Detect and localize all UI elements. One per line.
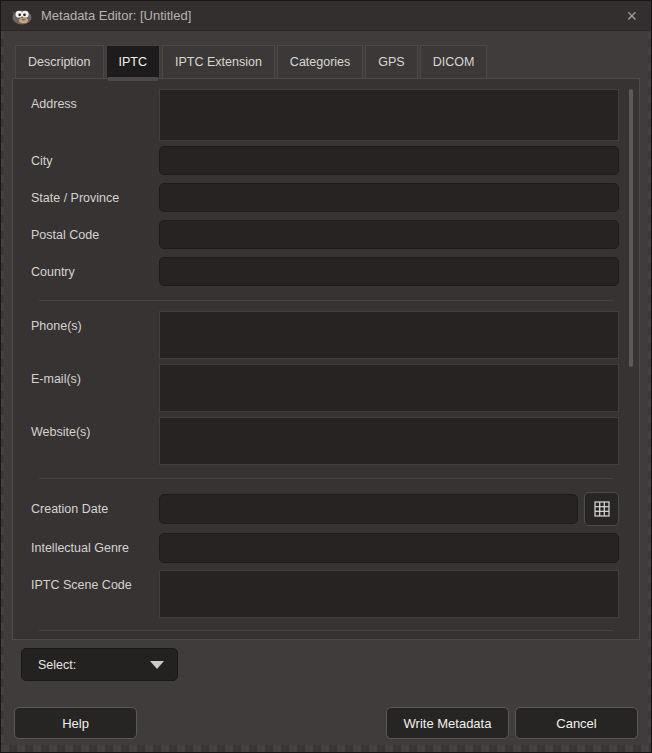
creation-date-field[interactable] [159, 494, 578, 524]
titlebar[interactable]: Metadata Editor: [Untitled] × [1, 1, 651, 31]
tab-dicom[interactable]: DICOM [420, 45, 488, 78]
phones-label: Phone(s) [31, 311, 159, 333]
select-row: Select: [21, 648, 640, 681]
iptc-scene-code-label: IPTC Scene Code [31, 570, 159, 592]
emails-field[interactable] [159, 364, 619, 412]
phones-field[interactable] [159, 311, 619, 359]
websites-field[interactable] [159, 417, 619, 465]
form-row-phones: Phone(s) [31, 311, 619, 359]
close-icon[interactable]: × [624, 7, 639, 25]
form-row-creation-date: Creation Date [31, 492, 619, 526]
tab-description[interactable]: Description [15, 45, 104, 78]
separator [39, 630, 613, 631]
tab-gps[interactable]: GPS [365, 45, 417, 78]
iptc-scene-code-field[interactable] [159, 570, 619, 618]
state-province-label: State / Province [31, 191, 159, 205]
intellectual-genre-field[interactable] [159, 533, 619, 563]
tab-iptc-extension[interactable]: IPTC Extension [162, 45, 275, 78]
form-row-iptc-scene-code: IPTC Scene Code [31, 570, 619, 618]
vertical-scrollbar[interactable] [627, 85, 634, 633]
form-row-city: City [31, 146, 619, 175]
tab-bar: Description IPTC IPTC Extension Categori… [15, 45, 640, 78]
address-label: Address [31, 89, 159, 111]
iptc-tab-panel: Address City State / Province Postal Cod… [12, 78, 640, 640]
gimp-wilber-icon [11, 7, 33, 25]
postal-code-field[interactable] [159, 220, 619, 249]
cancel-button[interactable]: Cancel [515, 707, 638, 739]
city-field[interactable] [159, 146, 619, 175]
metadata-editor-window: Metadata Editor: [Untitled] × Descriptio… [0, 0, 652, 753]
window-edge-bottom [1, 745, 651, 752]
form-row-emails: E-mail(s) [31, 364, 619, 412]
form-row-state-province: State / Province [31, 183, 619, 212]
select-dropdown[interactable]: Select: [21, 648, 178, 681]
calendar-button[interactable] [584, 492, 619, 526]
separator [39, 478, 613, 479]
help-button[interactable]: Help [14, 707, 137, 739]
dialog-body: Description IPTC IPTC Extension Categori… [1, 31, 651, 753]
iptc-form: Address City State / Province Postal Cod… [13, 79, 639, 631]
window-title: Metadata Editor: [Untitled] [41, 8, 624, 23]
intellectual-genre-label: Intellectual Genre [31, 541, 159, 555]
websites-label: Website(s) [31, 417, 159, 439]
country-field[interactable] [159, 257, 619, 286]
form-row-websites: Website(s) [31, 417, 619, 465]
country-label: Country [31, 265, 159, 279]
tab-categories[interactable]: Categories [277, 45, 363, 78]
postal-code-label: Postal Code [31, 228, 159, 242]
state-province-field[interactable] [159, 183, 619, 212]
creation-date-label: Creation Date [31, 502, 159, 516]
select-dropdown-label: Select: [38, 658, 76, 672]
scrollbar-thumb[interactable] [629, 89, 633, 367]
form-row-intellectual-genre: Intellectual Genre [31, 533, 619, 563]
address-field[interactable] [159, 89, 619, 141]
form-row-postal-code: Postal Code [31, 220, 619, 249]
write-metadata-button[interactable]: Write Metadata [386, 707, 509, 739]
form-row-address: Address [31, 89, 619, 141]
tab-iptc[interactable]: IPTC [106, 45, 160, 78]
window-edge-right [648, 31, 651, 745]
form-row-country: Country [31, 257, 619, 286]
window-edge-left [1, 31, 4, 745]
city-label: City [31, 154, 159, 168]
emails-label: E-mail(s) [31, 364, 159, 386]
chevron-down-icon [150, 661, 164, 669]
separator [39, 300, 613, 301]
calendar-grid-icon [594, 501, 610, 517]
dialog-footer: Help Write Metadata Cancel [14, 707, 638, 739]
